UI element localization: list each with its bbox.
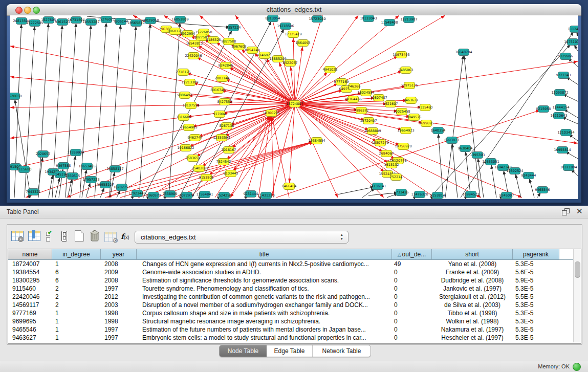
graph-node[interactable]: 7524254 <box>217 192 232 199</box>
cell-pagerank[interactable]: 5.5E-5 <box>513 293 559 301</box>
graph-node[interactable]: 2803144 <box>215 75 230 82</box>
cell-in_degree[interactable]: 2 <box>52 285 101 293</box>
graph-node[interactable]: 9777169 <box>334 79 349 85</box>
graph-node[interactable]: 8522057 <box>283 60 298 67</box>
graph-node[interactable]: 1316680 <box>177 114 191 121</box>
graph-node[interactable]: 16648784 <box>455 49 472 56</box>
graph-node[interactable]: 10025458 <box>393 108 410 115</box>
graph-node[interactable]: 8215958 <box>536 106 551 113</box>
cell-in_degree[interactable]: 1 <box>52 334 101 342</box>
cell-in_degree[interactable]: 1 <box>52 309 101 317</box>
graph-node[interactable]: 16782753 <box>113 184 130 191</box>
graph-node[interactable]: 10553287 <box>82 19 99 26</box>
graph-node[interactable]: 4941028 <box>323 67 338 73</box>
graph-node[interactable]: 1733426 <box>394 189 409 196</box>
graph-node[interactable]: 1395393 <box>470 152 485 159</box>
table-body[interactable]: 1872400712008Changes of HCN gene express… <box>8 260 574 342</box>
cell-out_de[interactable]: 0 <box>392 325 432 334</box>
column-header-short[interactable]: short <box>432 249 513 260</box>
toggle-rows-icon[interactable] <box>61 230 75 244</box>
cell-out_de[interactable]: 0 <box>392 309 432 317</box>
cell-in_degree[interactable]: 1 <box>52 317 101 325</box>
table-selector-dropdown[interactable]: citations_edges.txt ▲▼ <box>135 231 349 244</box>
graph-node[interactable]: 9465546 <box>535 187 550 193</box>
graph-node[interactable]: 9886493 <box>178 92 192 99</box>
graph-node[interactable]: 15858117 <box>106 166 123 172</box>
cell-year[interactable]: 2008 <box>101 260 137 268</box>
graph-node[interactable]: 7538909 <box>163 191 178 198</box>
cell-short[interactable]: Stergiakouli et al. (2012) <box>432 293 513 301</box>
graph-node[interactable]: 17359924 <box>67 149 84 156</box>
tab-node-table[interactable]: Node Table <box>220 345 267 357</box>
cell-name[interactable]: 18300295 <box>8 276 52 285</box>
graph-node[interactable]: 15751074 <box>564 39 578 46</box>
graph-node[interactable]: 10973493 <box>393 52 409 58</box>
graph-node[interactable]: 20364436 <box>344 96 361 103</box>
cell-pagerank[interactable]: 5.3E-5 <box>513 285 559 293</box>
cell-in_degree[interactable]: 1 <box>52 260 101 268</box>
graph-node[interactable]: 12213389 <box>181 79 198 86</box>
cell-pagerank[interactable]: 5.3E-5 <box>513 334 559 342</box>
graph-node[interactable]: 9243444 <box>521 172 536 179</box>
memory-ok-indicator-icon[interactable] <box>573 363 581 371</box>
graph-node[interactable]: 10553051 <box>482 159 499 165</box>
cell-out_de[interactable]: 0 <box>392 285 432 293</box>
cell-pagerank[interactable]: 5.3E-5 <box>513 301 559 309</box>
cell-pagerank[interactable]: 5.3E-5 <box>513 309 559 317</box>
graph-node[interactable]: 16053809 <box>171 16 188 23</box>
cell-out_de[interactable]: 0 <box>392 301 432 309</box>
graph-node[interactable]: 9115460 <box>418 104 433 111</box>
table-row[interactable]: 1830029562008Estimation of significance … <box>8 276 574 285</box>
graph-node[interactable]: 10994522 <box>462 191 479 198</box>
cell-in_degree[interactable]: 6 <box>52 276 101 285</box>
graph-node[interactable]: 2684067 <box>379 150 394 157</box>
cell-name[interactable]: 18724007 <box>8 260 52 268</box>
network-window[interactable]: citations_edges.txt 18724007796382288601… <box>7 4 581 203</box>
table-panel-header[interactable]: Table Panel ✕ <box>0 206 588 218</box>
graph-node[interactable]: 8427552 <box>217 99 232 105</box>
cell-short[interactable]: de Silva et al. (2003) <box>432 301 513 309</box>
tab-edge-table[interactable]: Edge Table <box>267 345 313 357</box>
graph-node[interactable]: 9630404 <box>458 145 473 152</box>
graph-node[interactable]: 11548408 <box>381 19 398 26</box>
cell-title[interactable]: Tourette syndrome. Phenomenology and cla… <box>137 285 392 293</box>
cell-title[interactable]: Estimation of significance thresholds fo… <box>137 276 392 285</box>
graph-node[interactable]: 9231444 <box>244 191 258 198</box>
show-column-icon[interactable] <box>28 230 41 244</box>
cell-short[interactable]: Hescheler et al. (1997) <box>432 334 513 342</box>
graph-node[interactable]: 1621607 <box>383 101 398 107</box>
cell-year[interactable]: 2009 <box>101 268 137 276</box>
graph-node[interactable]: 7905144 <box>114 18 128 25</box>
graph-node[interactable]: 12444154 <box>552 104 569 111</box>
graph-node[interactable]: 2620650 <box>10 93 21 100</box>
graph-node[interactable]: 7485063 <box>399 67 413 74</box>
cell-out_de[interactable]: 0 <box>392 276 432 285</box>
cell-year[interactable]: 2008 <box>101 276 137 285</box>
graph-node[interactable]: 1115680 <box>17 166 32 173</box>
cell-short[interactable]: Dudbridge et al. (2008) <box>432 276 513 285</box>
cell-title[interactable]: Structural magnetic resonance image aver… <box>137 317 392 325</box>
attribute-table[interactable]: namein_degreeyeartitle△out_de...shortpag… <box>8 249 581 344</box>
graph-node[interactable]: 7986372 <box>354 107 369 114</box>
graph-node[interactable]: 10653465 <box>78 163 95 170</box>
graph-node[interactable]: 9153814 <box>430 192 445 199</box>
graph-node[interactable]: 22420046 <box>185 53 202 59</box>
cell-pagerank[interactable]: 5.9E-5 <box>513 276 559 285</box>
cell-name[interactable]: 9115460 <box>8 285 52 293</box>
graph-node[interactable]: 9462744 <box>188 135 203 141</box>
cell-in_degree[interactable]: 1 <box>52 325 101 334</box>
select-rows-icon[interactable]: ✔ ✔ <box>46 230 59 244</box>
graph-node[interactable]: 16958107 <box>97 182 114 188</box>
cell-year[interactable]: 1997 <box>101 325 137 334</box>
graph-node[interactable]: 18807249 <box>372 140 388 146</box>
cell-short[interactable]: Tibbo et al. (1998) <box>432 309 513 317</box>
graph-node[interactable]: 8357224 <box>226 25 241 31</box>
cell-in_degree[interactable]: 6 <box>52 268 101 276</box>
column-header-out_de[interactable]: △out_de... <box>392 249 432 260</box>
table-row[interactable]: 946554611997Estimation of the future num… <box>8 325 574 334</box>
cell-name[interactable]: 14569117 <box>8 301 52 309</box>
graph-node[interactable]: 16955814 <box>554 147 571 154</box>
vertical-scrollbar[interactable] <box>573 249 581 342</box>
table-row[interactable]: 1456911722003Disruption of a novel membe… <box>8 301 574 309</box>
graph-node[interactable]: 8267130 <box>220 123 234 129</box>
